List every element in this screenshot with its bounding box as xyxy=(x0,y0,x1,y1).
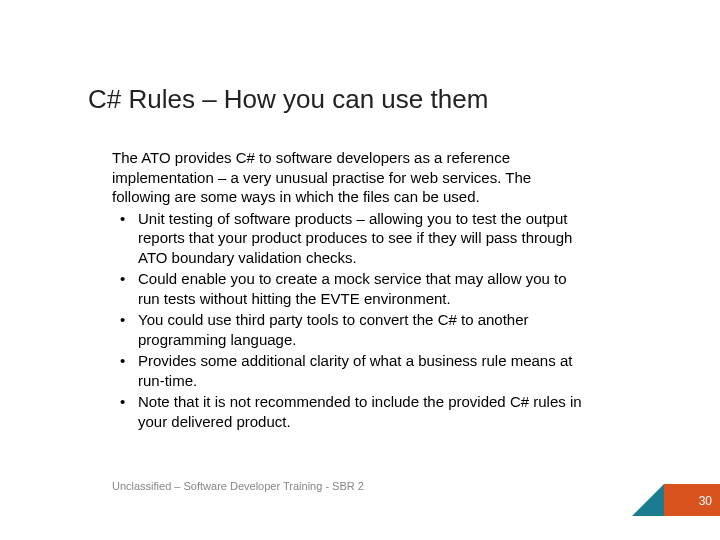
bullet-list: Unit testing of software products – allo… xyxy=(112,209,592,432)
footer-classification: Unclassified – Software Developer Traini… xyxy=(112,480,364,492)
intro-paragraph: The ATO provides C# to software develope… xyxy=(112,148,592,207)
list-item: Could enable you to create a mock servic… xyxy=(112,269,592,308)
list-item: Unit testing of software products – allo… xyxy=(112,209,592,268)
slide: C# Rules – How you can use them The ATO … xyxy=(0,0,720,540)
slide-title: C# Rules – How you can use them xyxy=(88,84,488,115)
slide-body: The ATO provides C# to software develope… xyxy=(112,148,592,433)
list-item: You could use third party tools to conve… xyxy=(112,310,592,349)
teal-triangle-icon xyxy=(632,484,664,516)
page-number: 30 xyxy=(699,494,712,508)
list-item: Note that it is not recommended to inclu… xyxy=(112,392,592,431)
list-item: Provides some additional clarity of what… xyxy=(112,351,592,390)
